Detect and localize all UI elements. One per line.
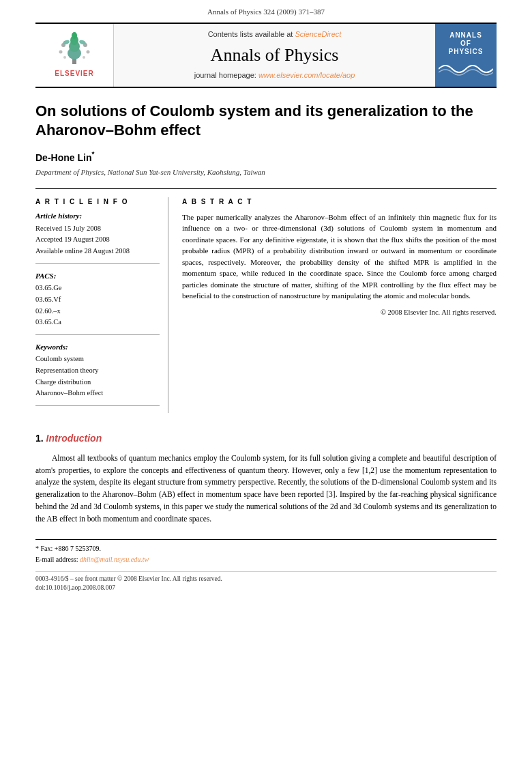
pacs-section: PACS: 03.65.Ge 03.65.Vf 02.60.–x 03.65.C… — [35, 271, 160, 328]
keyword-3: Charge distribution — [35, 377, 160, 388]
pacs-item-1: 03.65.Ge — [35, 283, 160, 293]
svg-point-10 — [83, 56, 85, 59]
pacs-item-3: 02.60.–x — [35, 306, 160, 317]
pacs-label: PACS: — [35, 271, 160, 281]
author-footnote-mark: * — [91, 151, 94, 158]
annals-wave-icon — [439, 59, 493, 79]
journal-title: Annals of Physics — [211, 43, 339, 68]
homepage-prefix: journal homepage: — [194, 71, 258, 79]
elsevier-tree-icon — [54, 31, 95, 67]
article-title: On solutions of Coulomb system and its g… — [35, 102, 497, 141]
sciencedirect-link[interactable]: ScienceDirect — [295, 30, 341, 38]
email-footnote: E-mail address: dhlin@mail.nsysu.edu.tw — [35, 555, 497, 564]
keyword-4: Aharonov–Bohm effect — [35, 388, 160, 399]
available-text: Available online 28 August 2008 — [35, 246, 160, 257]
section-title: 1. Introduction — [35, 432, 497, 446]
pacs-item-2: 03.65.Vf — [35, 295, 160, 305]
footer-bar: 0003-4916/$ – see front matter © 2008 El… — [35, 571, 497, 593]
elsevier-label: ELSEVIER — [55, 69, 93, 78]
footnote-area: * Fax: +886 7 5253709. E-mail address: d… — [35, 539, 497, 564]
svg-point-4 — [72, 32, 77, 39]
section-title-text: Introduction — [46, 433, 102, 444]
journal-header: ELSEVIER Contents lists available at Sci… — [35, 23, 497, 87]
keyword-1: Coulomb system — [35, 354, 160, 364]
keywords-section: Keywords: Coulomb system Representation … — [35, 342, 160, 399]
email-address[interactable]: dhlin@mail.nsysu.edu.tw — [80, 556, 149, 563]
homepage-url[interactable]: www.elsevier.com/locate/aop — [258, 71, 355, 79]
issn-line: 0003-4916/$ – see front matter © 2008 El… — [35, 575, 497, 584]
section-number: 1. — [35, 433, 44, 444]
received-text: Received 15 July 2008 — [35, 224, 160, 234]
introduction-section: 1. Introduction Almost all textbooks of … — [35, 432, 497, 525]
header-divider — [35, 188, 497, 189]
elsevier-logo-box: ELSEVIER — [35, 24, 114, 86]
info-divider-2 — [35, 334, 160, 335]
sciencedirect-prefix: Contents lists available at — [208, 30, 295, 38]
info-divider-1 — [35, 263, 160, 264]
annals-logo-text: ANNALS OF PHYSICS — [449, 31, 484, 56]
journal-center-info: Contents lists available at ScienceDirec… — [114, 24, 435, 86]
introduction-body: Almost all textbooks of quantum mechanic… — [35, 453, 497, 526]
accepted-text: Accepted 19 August 2008 — [35, 235, 160, 245]
svg-point-7 — [59, 51, 63, 54]
abstract-text: The paper numerically analyzes the Aharo… — [182, 212, 497, 302]
article-info-header: A R T I C L E I N F O — [35, 197, 160, 207]
homepage-line: journal homepage: www.elsevier.com/locat… — [194, 70, 355, 81]
sciencedirect-line: Contents lists available at ScienceDirec… — [208, 29, 342, 40]
pacs-item-4: 03.65.Ca — [35, 317, 160, 328]
info-divider-3 — [35, 405, 160, 406]
copyright-line: © 2008 Elsevier Inc. All rights reserved… — [182, 307, 497, 317]
history-label: Article history: — [35, 211, 160, 221]
author-name: De-Hone Lin* — [35, 150, 497, 164]
article-content: On solutions of Coulomb system and its g… — [35, 88, 497, 593]
affiliation: Department of Physics, National Sun Yat-… — [35, 167, 497, 177]
keyword-2: Representation theory — [35, 366, 160, 376]
annals-logo-box: ANNALS OF PHYSICS — [435, 24, 497, 86]
info-abstract-row: A R T I C L E I N F O Article history: R… — [35, 197, 497, 413]
fax-footnote: * Fax: +886 7 5253709. — [35, 544, 497, 554]
svg-point-9 — [63, 56, 66, 59]
email-label: E-mail address: — [35, 556, 78, 563]
keywords-label: Keywords: — [35, 342, 160, 352]
citation-line: Annals of Physics 324 (2009) 371–387 — [35, 0, 497, 23]
svg-point-8 — [87, 51, 90, 54]
abstract-column: A B S T R A C T The paper numerically an… — [182, 197, 497, 413]
doi-line: doi:10.1016/j.aop.2008.08.007 — [35, 584, 497, 592]
article-info-column: A R T I C L E I N F O Article history: R… — [35, 197, 168, 413]
abstract-header: A B S T R A C T — [182, 197, 497, 207]
